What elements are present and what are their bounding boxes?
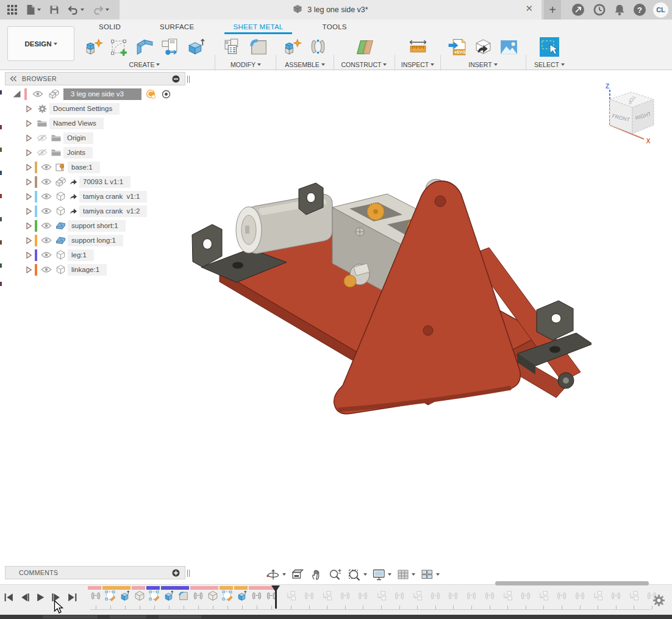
timeline-future-feature-move[interactable]: [285, 590, 296, 601]
timeline-feature-extrude[interactable]: [237, 590, 248, 601]
timeline-marker-handle[interactable]: [275, 585, 277, 609]
browser-panel-header[interactable]: BROWSER: [5, 72, 185, 85]
timeline-future-feature-joint[interactable]: [340, 590, 351, 601]
expander-icon[interactable]: [26, 178, 35, 186]
eye-icon[interactable]: [39, 222, 53, 229]
undo-button[interactable]: [64, 1, 88, 18]
orbit-button[interactable]: [264, 567, 288, 582]
insert-canvas-button[interactable]: [498, 35, 520, 59]
component-color-swatch[interactable]: [35, 264, 37, 276]
comments-panel-header[interactable]: COMMENTS: [5, 566, 185, 579]
timeline-future-feature-joint[interactable]: [556, 590, 567, 601]
step-back-button[interactable]: [20, 592, 30, 603]
timeline-future-feature-joint[interactable]: [610, 590, 621, 601]
panel-resize-handle[interactable]: [187, 76, 190, 83]
tab-tools[interactable]: TOOLS: [314, 21, 356, 34]
redo-button[interactable]: [89, 1, 113, 18]
tab-sheet-metal[interactable]: SHEET METAL: [224, 21, 291, 34]
browser-item-tamiya-crank-v1-2[interactable]: tamiya crank v1:2: [5, 204, 185, 218]
component-color-swatch[interactable]: [35, 220, 37, 232]
expander-icon[interactable]: [26, 207, 35, 215]
insert-menu[interactable]: INSERT: [468, 61, 497, 68]
component-color-swatch[interactable]: [35, 235, 37, 246]
tab-solid[interactable]: SOLID: [90, 21, 129, 34]
browser-root-component[interactable]: 3 leg one side v3: [5, 87, 185, 101]
new-tab-button[interactable]: +: [544, 0, 561, 20]
browser-item-base-1[interactable]: base:1: [5, 160, 185, 174]
select-button[interactable]: [538, 35, 560, 59]
browser-item-label[interactable]: support long:1: [68, 235, 123, 246]
eye-icon[interactable]: [39, 178, 53, 185]
expander-icon[interactable]: [26, 120, 35, 127]
help-button[interactable]: ?: [632, 1, 648, 18]
browser-item-label[interactable]: leg:1: [68, 249, 94, 261]
timeline-group-bar[interactable]: [132, 586, 145, 590]
grid-layout-button[interactable]: [395, 567, 417, 582]
timeline-feature-extrude[interactable]: [163, 590, 174, 601]
pan-button[interactable]: [308, 567, 325, 582]
measure-button[interactable]: [407, 35, 429, 59]
eye-icon[interactable]: [30, 90, 45, 98]
timeline-future-feature-joint[interactable]: [357, 590, 368, 601]
timeline-scrollbar[interactable]: [495, 581, 649, 585]
root-expander-icon[interactable]: [12, 90, 21, 98]
tab-close-icon[interactable]: ✕: [525, 3, 533, 14]
component-color-swatch[interactable]: [35, 249, 37, 261]
timeline-feature-sketch[interactable]: [149, 590, 160, 601]
expander-icon[interactable]: [26, 163, 35, 171]
notifications-button[interactable]: [613, 1, 626, 18]
view-cube[interactable]: TOP FRONT RIGHT Z X: [598, 80, 668, 147]
timeline-future-feature-joint[interactable]: [466, 590, 477, 601]
modify-menu[interactable]: MODIFY: [231, 61, 261, 68]
eye-icon[interactable]: [39, 251, 53, 259]
avatar[interactable]: CL: [653, 2, 668, 18]
insert-derive-button[interactable]: [472, 35, 494, 59]
browser-item-label[interactable]: Named Views: [49, 118, 104, 129]
add-comment-icon[interactable]: [172, 569, 180, 577]
thicken-button[interactable]: [185, 35, 207, 59]
component-color-swatch[interactable]: [35, 206, 37, 217]
timeline-future-feature-move[interactable]: [538, 590, 549, 601]
extensions-button[interactable]: [570, 1, 586, 18]
expander-icon[interactable]: [26, 149, 35, 157]
flange-button[interactable]: [134, 35, 155, 59]
component-color-swatch[interactable]: [24, 88, 27, 100]
browser-item-label[interactable]: support short:1: [68, 220, 126, 232]
timeline-feature-fillet[interactable]: [178, 590, 189, 601]
activate-component-radio[interactable]: [162, 90, 171, 99]
browser-item-support-short-1[interactable]: support short:1: [5, 218, 185, 233]
timeline-group-bar[interactable]: [146, 586, 160, 590]
timeline-group-bar[interactable]: [234, 586, 248, 590]
timeline-future-feature-joint[interactable]: [430, 590, 441, 601]
zoom-window-button[interactable]: [345, 567, 369, 582]
timeline-feature-extrude[interactable]: [120, 590, 130, 601]
tab-surface[interactable]: SURFACE: [151, 21, 202, 34]
eye-icon[interactable]: [39, 207, 53, 215]
model-canvas[interactable]: [177, 171, 592, 433]
collapse-panel-icon[interactable]: [10, 76, 17, 82]
timeline-future-feature-joint[interactable]: [520, 590, 531, 601]
new-component-button[interactable]: [82, 35, 104, 59]
timeline-future-feature-joint[interactable]: [394, 590, 405, 601]
model-viewport[interactable]: TOP FRONT RIGHT Z X BROWSER: [0, 71, 672, 584]
timeline-settings-gear-icon[interactable]: [652, 594, 665, 609]
file-new-button[interactable]: [23, 1, 45, 18]
timeline-group-bar[interactable]: [102, 586, 130, 590]
browser-item-named-views[interactable]: Named Views: [5, 116, 185, 131]
unsaved-badge-icon[interactable]: [146, 89, 156, 99]
browser-item-label[interactable]: Origin: [63, 132, 93, 144]
joint-button[interactable]: [307, 35, 329, 59]
component-color-swatch[interactable]: [35, 191, 37, 202]
timeline-future-feature-move[interactable]: [628, 590, 639, 601]
expander-icon[interactable]: [26, 237, 35, 245]
timeline-future-feature-move[interactable]: [321, 590, 332, 601]
new-component-button[interactable]: [281, 35, 303, 59]
display-settings-button[interactable]: [370, 567, 393, 582]
eye-icon[interactable]: [39, 266, 53, 273]
timeline-feature-box[interactable]: [134, 590, 145, 601]
create-sketch-button[interactable]: [108, 35, 130, 59]
app-grid-button[interactable]: [4, 1, 21, 18]
expander-icon[interactable]: [26, 251, 35, 259]
unfold-button[interactable]: [222, 35, 244, 59]
play-button[interactable]: [35, 592, 46, 603]
